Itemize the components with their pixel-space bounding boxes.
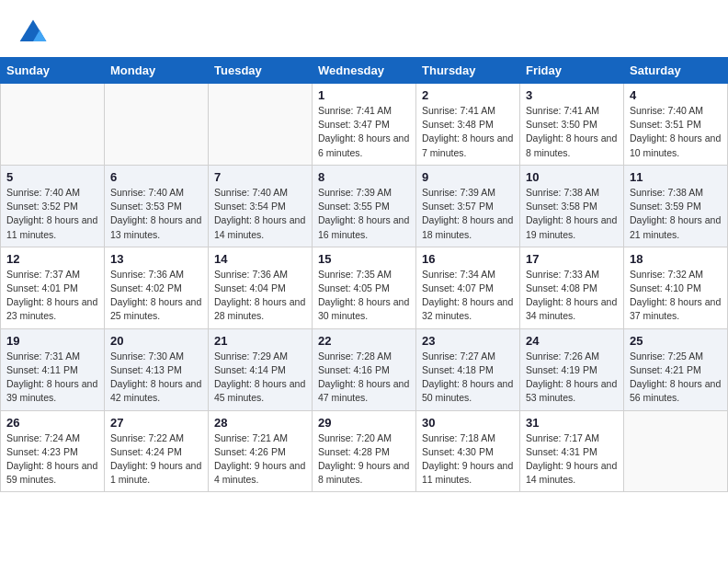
calendar-day-3: 3Sunrise: 7:41 AM Sunset: 3:50 PM Daylig… — [520, 84, 624, 166]
day-number: 18 — [630, 252, 722, 266]
calendar-day-29: 29Sunrise: 7:20 AM Sunset: 4:28 PM Dayli… — [313, 410, 416, 492]
calendar-day-15: 15Sunrise: 7:35 AM Sunset: 4:05 PM Dayli… — [313, 247, 416, 328]
day-number: 15 — [318, 252, 410, 266]
day-number: 12 — [6, 252, 98, 266]
calendar-day-24: 24Sunrise: 7:26 AM Sunset: 4:19 PM Dayli… — [520, 328, 624, 410]
day-info: Sunrise: 7:17 AM Sunset: 4:31 PM Dayligh… — [526, 431, 618, 488]
calendar-week-row: 19Sunrise: 7:31 AM Sunset: 4:11 PM Dayli… — [1, 328, 728, 410]
calendar-header-monday: Monday — [105, 58, 209, 84]
day-info: Sunrise: 7:25 AM Sunset: 4:21 PM Dayligh… — [630, 350, 722, 406]
day-number: 1 — [318, 88, 410, 102]
day-number: 11 — [630, 170, 722, 184]
day-number: 9 — [422, 170, 514, 184]
calendar-empty-cell — [105, 84, 209, 166]
logo-icon — [17, 17, 50, 50]
day-number: 28 — [214, 416, 306, 430]
day-number: 29 — [318, 416, 410, 430]
day-info: Sunrise: 7:37 AM Sunset: 4:01 PM Dayligh… — [6, 268, 98, 324]
calendar-day-27: 27Sunrise: 7:22 AM Sunset: 4:24 PM Dayli… — [105, 410, 209, 492]
day-info: Sunrise: 7:28 AM Sunset: 4:16 PM Dayligh… — [318, 350, 410, 406]
calendar-day-26: 26Sunrise: 7:24 AM Sunset: 4:23 PM Dayli… — [1, 410, 105, 492]
calendar-empty-cell — [209, 84, 313, 166]
calendar-day-4: 4Sunrise: 7:40 AM Sunset: 3:51 PM Daylig… — [624, 84, 728, 166]
day-info: Sunrise: 7:34 AM Sunset: 4:07 PM Dayligh… — [422, 268, 514, 324]
day-info: Sunrise: 7:38 AM Sunset: 3:58 PM Dayligh… — [526, 186, 618, 242]
day-info: Sunrise: 7:41 AM Sunset: 3:47 PM Dayligh… — [318, 104, 410, 160]
calendar-day-12: 12Sunrise: 7:37 AM Sunset: 4:01 PM Dayli… — [1, 247, 105, 328]
day-number: 21 — [214, 334, 306, 348]
calendar-day-23: 23Sunrise: 7:27 AM Sunset: 4:18 PM Dayli… — [416, 328, 520, 410]
day-number: 23 — [422, 334, 514, 348]
day-number: 6 — [110, 170, 202, 184]
calendar-day-11: 11Sunrise: 7:38 AM Sunset: 3:59 PM Dayli… — [624, 165, 728, 247]
day-number: 26 — [6, 416, 98, 430]
day-info: Sunrise: 7:33 AM Sunset: 4:08 PM Dayligh… — [526, 268, 618, 324]
day-number: 13 — [110, 252, 202, 266]
day-info: Sunrise: 7:27 AM Sunset: 4:18 PM Dayligh… — [422, 350, 514, 406]
day-number: 2 — [422, 88, 514, 102]
page-header — [0, 0, 728, 57]
calendar-header-friday: Friday — [520, 58, 624, 84]
day-number: 14 — [214, 252, 306, 266]
calendar-day-16: 16Sunrise: 7:34 AM Sunset: 4:07 PM Dayli… — [416, 247, 520, 328]
calendar-day-9: 9Sunrise: 7:39 AM Sunset: 3:57 PM Daylig… — [416, 165, 520, 247]
day-info: Sunrise: 7:39 AM Sunset: 3:55 PM Dayligh… — [318, 186, 410, 242]
calendar-header-wednesday: Wednesday — [313, 58, 416, 84]
day-number: 25 — [630, 334, 722, 348]
day-info: Sunrise: 7:21 AM Sunset: 4:26 PM Dayligh… — [214, 431, 306, 488]
day-number: 31 — [526, 416, 618, 430]
day-info: Sunrise: 7:40 AM Sunset: 3:52 PM Dayligh… — [6, 186, 98, 242]
calendar-day-14: 14Sunrise: 7:36 AM Sunset: 4:04 PM Dayli… — [209, 247, 313, 328]
calendar-day-6: 6Sunrise: 7:40 AM Sunset: 3:53 PM Daylig… — [105, 165, 209, 247]
day-info: Sunrise: 7:40 AM Sunset: 3:54 PM Dayligh… — [214, 186, 306, 242]
calendar-day-20: 20Sunrise: 7:30 AM Sunset: 4:13 PM Dayli… — [105, 328, 209, 410]
day-info: Sunrise: 7:30 AM Sunset: 4:13 PM Dayligh… — [110, 350, 202, 406]
calendar-week-row: 12Sunrise: 7:37 AM Sunset: 4:01 PM Dayli… — [1, 247, 728, 328]
calendar-day-31: 31Sunrise: 7:17 AM Sunset: 4:31 PM Dayli… — [520, 410, 624, 492]
calendar-day-10: 10Sunrise: 7:38 AM Sunset: 3:58 PM Dayli… — [520, 165, 624, 247]
day-info: Sunrise: 7:40 AM Sunset: 3:51 PM Dayligh… — [630, 104, 722, 160]
day-number: 27 — [110, 416, 202, 430]
day-info: Sunrise: 7:38 AM Sunset: 3:59 PM Dayligh… — [630, 186, 722, 242]
day-info: Sunrise: 7:26 AM Sunset: 4:19 PM Dayligh… — [526, 350, 618, 406]
day-number: 24 — [526, 334, 618, 348]
logo — [17, 17, 53, 50]
day-number: 16 — [422, 252, 514, 266]
calendar-day-28: 28Sunrise: 7:21 AM Sunset: 4:26 PM Dayli… — [209, 410, 313, 492]
day-number: 30 — [422, 416, 514, 430]
calendar-empty-cell — [624, 410, 728, 492]
day-info: Sunrise: 7:40 AM Sunset: 3:53 PM Dayligh… — [110, 186, 202, 242]
calendar-header-sunday: Sunday — [1, 58, 105, 84]
calendar-day-18: 18Sunrise: 7:32 AM Sunset: 4:10 PM Dayli… — [624, 247, 728, 328]
day-number: 3 — [526, 88, 618, 102]
calendar-week-row: 5Sunrise: 7:40 AM Sunset: 3:52 PM Daylig… — [1, 165, 728, 247]
calendar-week-row: 26Sunrise: 7:24 AM Sunset: 4:23 PM Dayli… — [1, 410, 728, 492]
calendar-day-30: 30Sunrise: 7:18 AM Sunset: 4:30 PM Dayli… — [416, 410, 520, 492]
day-info: Sunrise: 7:32 AM Sunset: 4:10 PM Dayligh… — [630, 268, 722, 324]
day-info: Sunrise: 7:18 AM Sunset: 4:30 PM Dayligh… — [422, 431, 514, 488]
calendar-day-19: 19Sunrise: 7:31 AM Sunset: 4:11 PM Dayli… — [1, 328, 105, 410]
day-number: 19 — [6, 334, 98, 348]
day-number: 22 — [318, 334, 410, 348]
day-info: Sunrise: 7:31 AM Sunset: 4:11 PM Dayligh… — [6, 350, 98, 406]
day-number: 8 — [318, 170, 410, 184]
calendar-table: SundayMondayTuesdayWednesdayThursdayFrid… — [0, 57, 728, 492]
calendar-day-8: 8Sunrise: 7:39 AM Sunset: 3:55 PM Daylig… — [313, 165, 416, 247]
day-info: Sunrise: 7:22 AM Sunset: 4:24 PM Dayligh… — [110, 431, 202, 488]
calendar-day-7: 7Sunrise: 7:40 AM Sunset: 3:54 PM Daylig… — [209, 165, 313, 247]
calendar-header-tuesday: Tuesday — [209, 58, 313, 84]
calendar-day-5: 5Sunrise: 7:40 AM Sunset: 3:52 PM Daylig… — [1, 165, 105, 247]
day-info: Sunrise: 7:41 AM Sunset: 3:50 PM Dayligh… — [526, 104, 618, 160]
day-info: Sunrise: 7:36 AM Sunset: 4:02 PM Dayligh… — [110, 268, 202, 324]
calendar-week-row: 1Sunrise: 7:41 AM Sunset: 3:47 PM Daylig… — [1, 84, 728, 166]
day-info: Sunrise: 7:20 AM Sunset: 4:28 PM Dayligh… — [318, 431, 410, 488]
day-number: 10 — [526, 170, 618, 184]
day-info: Sunrise: 7:41 AM Sunset: 3:48 PM Dayligh… — [422, 104, 514, 160]
calendar-body: 1Sunrise: 7:41 AM Sunset: 3:47 PM Daylig… — [1, 84, 728, 492]
day-number: 5 — [6, 170, 98, 184]
calendar-day-1: 1Sunrise: 7:41 AM Sunset: 3:47 PM Daylig… — [313, 84, 416, 166]
calendar-header-saturday: Saturday — [624, 58, 728, 84]
day-info: Sunrise: 7:35 AM Sunset: 4:05 PM Dayligh… — [318, 268, 410, 324]
calendar-day-22: 22Sunrise: 7:28 AM Sunset: 4:16 PM Dayli… — [313, 328, 416, 410]
day-number: 7 — [214, 170, 306, 184]
